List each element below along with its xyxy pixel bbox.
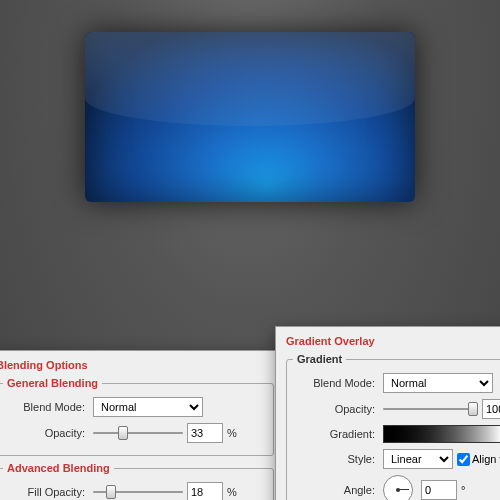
blending-options-heading: Blending Options bbox=[0, 359, 274, 371]
go-opacity-slider[interactable] bbox=[383, 401, 478, 417]
angle-input[interactable] bbox=[421, 480, 457, 500]
style-label: Style: bbox=[293, 453, 375, 465]
general-blending-legend: General Blending bbox=[3, 377, 102, 389]
opacity-input[interactable] bbox=[187, 423, 223, 443]
advanced-blending-group: Advanced Blending Fill Opacity: % Channe… bbox=[0, 462, 274, 500]
blending-options-panel: Blending Options General Blending Blend … bbox=[0, 350, 285, 500]
gradient-swatch[interactable] bbox=[383, 425, 500, 443]
fill-opacity-label: Fill Opacity: bbox=[3, 486, 85, 498]
opacity-slider[interactable] bbox=[93, 425, 183, 441]
canvas-gloss bbox=[85, 32, 415, 126]
go-opacity-label: Opacity: bbox=[293, 403, 375, 415]
go-opacity-input[interactable] bbox=[482, 399, 500, 419]
go-blend-mode-label: Blend Mode: bbox=[293, 377, 375, 389]
pct-label: % bbox=[227, 427, 237, 439]
advanced-blending-legend: Advanced Blending bbox=[3, 462, 114, 474]
style-select[interactable]: Linear bbox=[383, 449, 453, 469]
gradient-label: Gradient: bbox=[293, 428, 375, 440]
gradient-legend: Gradient bbox=[293, 353, 346, 365]
align-checkbox[interactable]: Align with La bbox=[457, 453, 500, 466]
general-blending-group: General Blending Blend Mode: Normal Opac… bbox=[0, 377, 274, 456]
gradient-overlay-panel: Gradient Overlay Gradient Blend Mode: No… bbox=[275, 326, 500, 500]
blend-mode-select[interactable]: Normal bbox=[93, 397, 203, 417]
gradient-group: Gradient Blend Mode: Normal Opacity: % G… bbox=[286, 353, 500, 500]
opacity-label: Opacity: bbox=[3, 427, 85, 439]
fill-opacity-input[interactable] bbox=[187, 482, 223, 500]
canvas-preview bbox=[85, 32, 415, 202]
fill-opacity-slider[interactable] bbox=[93, 484, 183, 500]
blend-mode-label: Blend Mode: bbox=[3, 401, 85, 413]
angle-label: Angle: bbox=[293, 484, 375, 496]
degree-label: ° bbox=[461, 484, 465, 496]
go-blend-mode-select[interactable]: Normal bbox=[383, 373, 493, 393]
gradient-overlay-heading: Gradient Overlay bbox=[286, 335, 500, 347]
pct-label: % bbox=[227, 486, 237, 498]
angle-dial[interactable] bbox=[383, 475, 413, 500]
